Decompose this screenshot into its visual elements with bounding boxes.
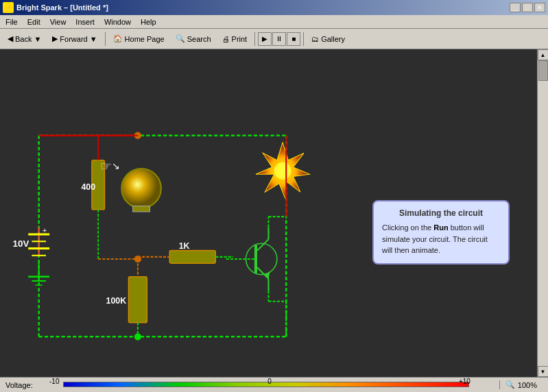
forward-icon: ▶ (52, 34, 58, 43)
menu-insert[interactable]: Insert (71, 17, 99, 27)
scroll-down-button[interactable]: ▼ (538, 366, 549, 377)
svg-rect-42 (169, 251, 215, 264)
scroll-up-button[interactable]: ▲ (538, 49, 549, 60)
search-button[interactable]: 🔍 Search (171, 31, 216, 47)
menu-window[interactable]: Window (100, 17, 135, 27)
close-button[interactable]: ✕ (534, 3, 545, 12)
print-label: Print (232, 35, 248, 43)
gallery-button[interactable]: 🗂 Gallery (307, 31, 350, 47)
menu-file[interactable]: File (1, 17, 22, 27)
maximize-button[interactable]: □ (522, 3, 533, 12)
print-icon: 🖨 (222, 35, 230, 43)
menu-edit[interactable]: Edit (23, 17, 45, 27)
title-bar: ⚡ Bright Spark – [Untitled *] _ □ ✕ (0, 0, 548, 15)
stop-button[interactable]: ■ (287, 32, 300, 46)
forward-button[interactable]: ▶ Forward ▼ (47, 31, 102, 47)
back-button[interactable]: ◀ Back ▼ (3, 31, 46, 47)
svg-text:↘: ↘ (112, 160, 120, 171)
search-label: Search (187, 35, 211, 43)
pause-button[interactable]: ⏸ (272, 32, 286, 46)
tooltip-text-before: Clicking on the (382, 223, 433, 232)
svg-rect-46 (129, 277, 147, 323)
zoom-area: 🔍 100% (499, 380, 543, 389)
gallery-label: Gallery (321, 35, 345, 43)
home-icon: 🏠 (113, 34, 123, 43)
svg-text:1K: 1K (179, 241, 190, 251)
zoom-icon: 🔍 (505, 380, 515, 389)
svg-text:10V: 10V (13, 238, 29, 249)
minimize-button[interactable]: _ (510, 3, 521, 12)
svg-text:+: + (43, 226, 47, 234)
separator-2 (254, 32, 255, 46)
canvas-area[interactable]: 10V + 400 ☞ ↘ (0, 49, 537, 377)
status-bar: Voltage: -10 0 +10 🔍 100% (0, 377, 548, 392)
back-label: Back (15, 35, 32, 43)
vertical-scrollbar[interactable]: ▲ ▼ (537, 49, 548, 377)
separator-1 (105, 32, 106, 46)
svg-text:☞: ☞ (100, 159, 112, 173)
svg-text:400: 400 (81, 182, 95, 192)
window-title: Bright Spark – [Untitled *] (16, 3, 108, 12)
scroll-track[interactable] (538, 60, 548, 366)
menu-view[interactable]: View (46, 17, 71, 27)
search-icon: 🔍 (176, 34, 185, 43)
tooltip-title: Simulating the circuit (382, 208, 500, 218)
back-icon: ◀ (8, 34, 13, 43)
voltage-bar (63, 382, 469, 387)
window-controls[interactable]: _ □ ✕ (510, 3, 545, 12)
back-dropdown-icon: ▼ (34, 35, 41, 43)
svg-text:100K: 100K (106, 296, 127, 306)
playback-controls: ▶ ⏸ ■ (258, 32, 300, 46)
forward-dropdown-icon: ▼ (90, 35, 97, 43)
toolbar: ◀ Back ▼ ▶ Forward ▼ 🏠 Home Page 🔍 Searc… (0, 29, 548, 49)
app-icon: ⚡ (3, 2, 14, 13)
svg-point-31 (274, 162, 291, 180)
voltage-neg10: -10 (49, 378, 59, 385)
print-button[interactable]: 🖨 Print (217, 31, 252, 47)
forward-label: Forward (60, 35, 87, 43)
voltage-zero: 0 (267, 378, 272, 385)
tooltip-text: Clicking on the Run button will simulate… (382, 222, 500, 256)
main-area: 10V + 400 ☞ ↘ (0, 49, 548, 377)
svg-rect-33 (254, 245, 257, 273)
svg-rect-29 (133, 206, 150, 212)
svg-point-28 (121, 169, 161, 208)
voltage-label: Voltage: (5, 381, 40, 389)
homepage-button[interactable]: 🏠 Home Page (108, 31, 169, 47)
gallery-icon: 🗂 (311, 35, 319, 43)
tooltip-box: Simulating the circuit Clicking on the R… (372, 200, 510, 265)
tooltip-bold: Run (433, 223, 448, 232)
menu-bar: File Edit View Insert Window Help (0, 15, 548, 29)
menu-help[interactable]: Help (136, 17, 160, 27)
scroll-thumb[interactable] (538, 60, 548, 81)
homepage-label: Home Page (125, 35, 165, 43)
play-button[interactable]: ▶ (258, 32, 272, 46)
separator-3 (303, 32, 304, 46)
zoom-level: 100% (518, 381, 537, 389)
voltage-pos10: +10 (459, 378, 470, 385)
